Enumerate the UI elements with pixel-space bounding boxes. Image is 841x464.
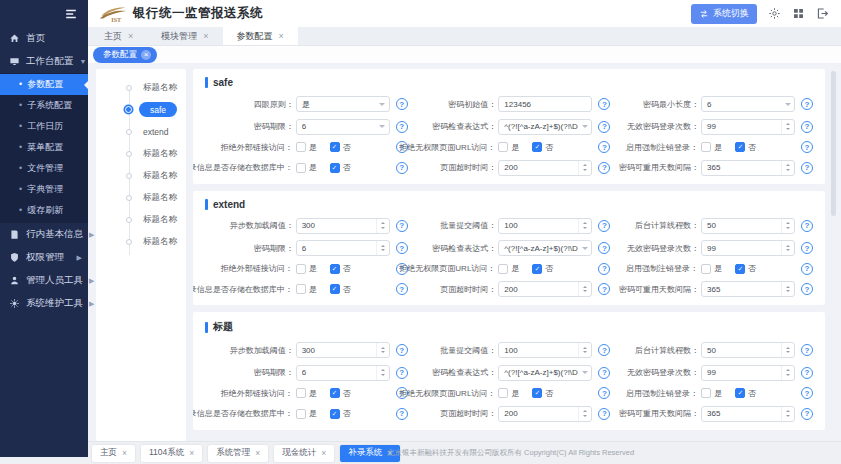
number-input[interactable]: 99 — [701, 119, 795, 135]
checkbox-icon[interactable] — [330, 284, 340, 294]
checkbox-icon[interactable] — [735, 388, 745, 398]
checkbox-option-yes[interactable]: 是 — [701, 263, 722, 274]
checkbox-option-yes[interactable]: 是 — [296, 263, 317, 274]
number-stepper[interactable] — [578, 219, 591, 233]
checkbox-icon[interactable] — [296, 142, 306, 152]
checkbox-icon[interactable] — [296, 388, 306, 398]
checkbox-icon[interactable] — [532, 264, 542, 274]
checkbox-option-yes[interactable]: 是 — [296, 284, 317, 295]
checkbox-icon[interactable] — [532, 142, 542, 152]
anchor-item-2[interactable]: extend — [96, 125, 186, 138]
increment-icon[interactable] — [786, 162, 790, 166]
sidebar-subitem-cache-refresh[interactable]: •缓存刷新 — [0, 200, 88, 221]
increment-icon[interactable] — [381, 367, 385, 371]
decrement-icon[interactable] — [583, 290, 587, 294]
help-icon[interactable]: ? — [598, 263, 610, 275]
increment-icon[interactable] — [381, 345, 385, 349]
checkbox-icon[interactable] — [498, 264, 508, 274]
bottom-tab-close-icon[interactable]: × — [255, 448, 260, 458]
anchor-item-4[interactable]: 标题名称 — [96, 169, 186, 182]
increment-icon[interactable] — [786, 284, 790, 288]
checkbox-option-no[interactable]: 否 — [330, 388, 351, 399]
scrollbar-thumb[interactable] — [831, 71, 836, 216]
checkbox-option-yes[interactable]: 是 — [296, 388, 317, 399]
checkbox-icon[interactable] — [330, 409, 340, 419]
decrement-icon[interactable] — [786, 249, 790, 253]
sidebar-subitem-subsystem-config[interactable]: •子系统配置 — [0, 95, 88, 116]
increment-icon[interactable] — [583, 220, 587, 224]
checkbox-option-yes[interactable]: 是 — [498, 388, 519, 399]
anchor-item-7[interactable]: 标题名称 — [96, 235, 186, 248]
checkbox-option-yes[interactable]: 是 — [498, 263, 519, 274]
help-icon[interactable]: ? — [801, 162, 813, 174]
checkbox-icon[interactable] — [498, 388, 508, 398]
checkbox-option-no[interactable]: 否 — [330, 284, 351, 295]
number-stepper[interactable] — [578, 407, 591, 421]
checkbox-option-yes[interactable]: 是 — [701, 142, 722, 153]
decrement-icon[interactable] — [583, 169, 587, 173]
text-input[interactable]: 123456 — [498, 96, 592, 112]
increment-icon[interactable] — [583, 162, 587, 166]
collapse-menu-icon[interactable] — [64, 7, 78, 21]
bottom-tab-close-icon[interactable]: × — [122, 448, 127, 458]
help-icon[interactable]: ? — [598, 283, 610, 295]
select-input[interactable]: ^(?![^a-zA-z]+$)(?!\D+$)[0-9A-Z.. — [498, 365, 592, 381]
number-input[interactable]: 6 — [296, 365, 390, 381]
decrement-icon[interactable] — [583, 415, 587, 419]
select-input[interactable]: ^(?![^a-zA-z]+$)(?!\D+$)[0-9A-Z.. — [498, 240, 592, 256]
number-stepper[interactable] — [781, 219, 794, 233]
increment-icon[interactable] — [583, 345, 587, 349]
sidebar-subitem-file-management[interactable]: •文件管理 — [0, 158, 88, 179]
decrement-icon[interactable] — [381, 351, 385, 355]
number-input[interactable]: 99 — [701, 240, 795, 256]
tab-close-icon[interactable]: × — [203, 31, 208, 41]
decrement-icon[interactable] — [786, 374, 790, 378]
anchor-item-3[interactable]: 标题名称 — [96, 147, 186, 160]
help-icon[interactable]: ? — [598, 98, 610, 110]
help-icon[interactable]: ? — [801, 408, 813, 420]
number-input[interactable]: 300 — [296, 342, 390, 358]
increment-icon[interactable] — [381, 243, 385, 247]
number-input[interactable]: 200 — [498, 160, 592, 176]
help-icon[interactable]: ? — [598, 141, 610, 153]
number-stepper[interactable] — [376, 343, 389, 357]
select-input[interactable]: 6 — [296, 119, 390, 135]
sidebar-subitem-work-calendar[interactable]: •工作日历 — [0, 116, 88, 137]
checkbox-icon[interactable] — [296, 264, 306, 274]
checkbox-option-yes[interactable]: 是 — [701, 388, 722, 399]
help-icon[interactable]: ? — [396, 283, 408, 295]
help-icon[interactable]: ? — [598, 367, 610, 379]
number-stepper[interactable] — [376, 219, 389, 233]
number-stepper[interactable] — [578, 343, 591, 357]
help-icon[interactable]: ? — [801, 141, 813, 153]
tab-home[interactable]: 主页× — [90, 27, 147, 45]
number-input[interactable]: 6 — [296, 240, 390, 256]
select-input[interactable]: 6 — [701, 96, 795, 112]
tag-pill-param-config[interactable]: 参数配置 × — [93, 47, 157, 63]
checkbox-icon[interactable] — [330, 163, 340, 173]
help-icon[interactable]: ? — [801, 387, 813, 399]
sidebar-subitem-dict-management[interactable]: •字典管理 — [0, 179, 88, 200]
checkbox-option-no[interactable]: 否 — [330, 162, 351, 173]
number-stepper[interactable] — [781, 282, 794, 296]
checkbox-icon[interactable] — [701, 142, 711, 152]
checkbox-option-no[interactable]: 否 — [532, 388, 553, 399]
decrement-icon[interactable] — [583, 351, 587, 355]
help-icon[interactable]: ? — [396, 220, 408, 232]
logout-icon[interactable] — [816, 7, 829, 20]
tab-close-icon[interactable]: × — [279, 31, 284, 41]
tab-module-management[interactable]: 模块管理× — [147, 27, 222, 45]
help-icon[interactable]: ? — [396, 98, 408, 110]
sidebar-item-permission-management[interactable]: 权限管理▶ — [0, 246, 88, 269]
help-icon[interactable]: ? — [801, 98, 813, 110]
help-icon[interactable]: ? — [396, 121, 408, 133]
checkbox-option-yes[interactable]: 是 — [296, 162, 317, 173]
sidebar-item-admin-tools[interactable]: 管理人员工具▶ — [0, 269, 88, 292]
checkbox-option-no[interactable]: 否 — [735, 263, 756, 274]
decrement-icon[interactable] — [786, 415, 790, 419]
bottom-tab-system-management[interactable]: 系统管理× — [208, 445, 268, 462]
sidebar-subitem-menu-config[interactable]: •菜单配置 — [0, 137, 88, 158]
number-input[interactable]: 100 — [498, 218, 592, 234]
increment-icon[interactable] — [786, 367, 790, 371]
anchor-item-5[interactable]: 标题名称 — [96, 191, 186, 204]
